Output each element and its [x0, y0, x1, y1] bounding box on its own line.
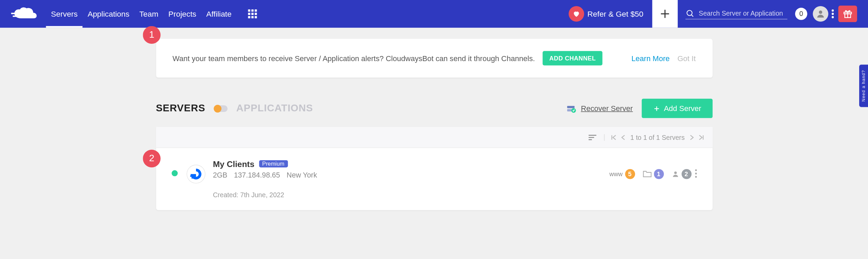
add-server-button[interactable]: Add Server [642, 99, 712, 118]
logo[interactable] [11, 6, 41, 22]
stat-users[interactable]: 2 [671, 169, 691, 179]
recover-icon [566, 103, 577, 114]
server-row[interactable]: My Clients Premium 2GB 137.184.98.65 New… [156, 148, 712, 210]
status-dot [171, 170, 177, 176]
alert-actions: Learn More Got It [631, 54, 696, 62]
search-icon [686, 8, 694, 17]
server-name: My Clients [213, 159, 255, 169]
callout-2: 2 [143, 150, 160, 167]
pager-prev-icon[interactable] [622, 134, 626, 140]
svg-line-5 [691, 15, 693, 16]
add-server-label: Add Server [664, 104, 701, 112]
user-icon [671, 170, 679, 178]
apps-count: 5 [625, 169, 635, 179]
alert-box: Want your team members to receive Server… [156, 39, 712, 77]
pager-next-icon[interactable] [689, 134, 693, 140]
svg-point-9 [832, 16, 834, 18]
more-icon[interactable] [832, 10, 834, 18]
stat-projects[interactable]: 1 [643, 169, 664, 179]
heart-icon [569, 6, 584, 22]
alert-text: Want your team members to receive Server… [173, 54, 535, 62]
user-avatar[interactable] [813, 6, 828, 22]
nav-links: Servers Applications Team Projects Affil… [51, 1, 232, 27]
svg-point-26 [674, 171, 677, 174]
svg-point-29 [695, 176, 696, 178]
users-count: 2 [681, 169, 691, 179]
stat-apps[interactable]: www 5 [609, 169, 635, 179]
svg-rect-25 [190, 175, 191, 177]
notification-badge[interactable]: 0 [795, 8, 807, 20]
tabs-row: SERVERS APPLICATIONS Recover Server Add … [156, 99, 712, 118]
svg-point-27 [695, 169, 696, 171]
pager-last-icon[interactable] [698, 134, 703, 140]
apps-grid-icon[interactable] [248, 10, 257, 18]
server-stats: www 5 1 2 [609, 169, 691, 179]
add-channel-button[interactable]: ADD CHANNEL [542, 51, 602, 65]
nav-projects[interactable]: Projects [168, 1, 196, 27]
row-more-icon[interactable] [695, 169, 697, 178]
svg-rect-23 [193, 174, 196, 177]
search-wrap [686, 8, 787, 19]
svg-point-6 [819, 11, 822, 14]
tab-toggle[interactable] [214, 105, 227, 112]
svg-rect-0 [11, 13, 18, 14]
learn-more-link[interactable]: Learn More [631, 54, 670, 62]
callout-1: 1 [143, 26, 160, 44]
svg-point-4 [687, 10, 692, 15]
server-size: 2GB [213, 171, 227, 179]
pager-first-icon[interactable] [612, 134, 617, 140]
projects-count: 1 [654, 169, 664, 179]
got-it-link[interactable]: Got It [677, 54, 696, 62]
folder-icon [643, 170, 651, 178]
svg-rect-24 [191, 177, 193, 179]
server-region: New York [287, 171, 317, 179]
recover-server-link[interactable]: Recover Server [566, 103, 633, 114]
gift-icon[interactable] [838, 5, 857, 22]
add-button[interactable] [652, 0, 678, 28]
pager-text: 1 to 1 of 1 Servers [630, 133, 685, 141]
tab-servers[interactable]: SERVERS [156, 103, 205, 114]
svg-point-8 [832, 13, 834, 15]
nav-team[interactable]: Team [139, 1, 158, 27]
help-tab[interactable]: Need a hand? [859, 64, 868, 107]
provider-logo [186, 165, 205, 184]
nav-applications[interactable]: Applications [87, 1, 129, 27]
sort-icon[interactable] [589, 134, 605, 141]
nav-servers[interactable]: Servers [51, 1, 78, 27]
refer-label: Refer & Get $50 [587, 10, 643, 18]
servers-table: 1 to 1 of 1 Servers My Clients Premium 2… [156, 127, 712, 210]
server-created: Created: 7th June, 2022 [213, 191, 609, 199]
svg-rect-13 [567, 106, 575, 108]
pager: 1 to 1 of 1 Servers [612, 133, 704, 141]
nav-affiliate[interactable]: Affiliate [206, 1, 232, 27]
table-header: 1 to 1 of 1 Servers [156, 127, 712, 148]
tab-applications[interactable]: APPLICATIONS [236, 103, 313, 114]
premium-badge: Premium [259, 160, 288, 167]
recover-label: Recover Server [581, 104, 633, 112]
www-label: www [609, 171, 623, 178]
svg-point-7 [832, 10, 834, 12]
search-input[interactable] [699, 9, 787, 17]
nav-right: Refer & Get $50 0 [569, 0, 857, 28]
content: Want your team members to receive Server… [156, 28, 712, 210]
top-nav: Servers Applications Team Projects Affil… [0, 0, 868, 28]
svg-point-28 [695, 173, 696, 174]
refer-link[interactable]: Refer & Get $50 [569, 6, 644, 22]
svg-rect-1 [13, 16, 20, 17]
server-ip: 137.184.98.65 [234, 171, 280, 179]
plus-icon [653, 105, 660, 112]
server-info: My Clients Premium 2GB 137.184.98.65 New… [213, 159, 609, 199]
